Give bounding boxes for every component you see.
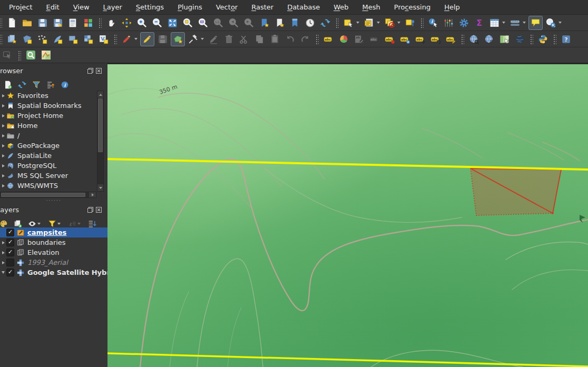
- delete-selected-button[interactable]: [222, 32, 236, 46]
- layer-visibility-checkbox[interactable]: ✓: [6, 249, 14, 256]
- menu-settings[interactable]: Settings: [129, 2, 171, 13]
- zoom-last-button[interactable]: [227, 16, 241, 30]
- toolbar-drag-handle[interactable]: [530, 34, 533, 44]
- paste-features-button[interactable]: [268, 32, 282, 46]
- annotation-tool-button[interactable]: [1, 48, 15, 62]
- browser-item--[interactable]: /: [0, 131, 107, 141]
- layers-close-button[interactable]: [95, 206, 102, 213]
- browser-item-postgresql[interactable]: PostgreSQL: [0, 161, 107, 171]
- menu-edit[interactable]: Edit: [40, 2, 66, 13]
- scrollbar-thumb[interactable]: [98, 98, 103, 152]
- add-delimited-text-layer-button[interactable]: [35, 32, 50, 46]
- toolbar-drag-handle[interactable]: [553, 34, 556, 44]
- add-spatialite-layer-button[interactable]: [51, 32, 65, 46]
- new-map-view-dropdown-arrow[interactable]: [558, 22, 562, 24]
- open-attribute-table-dropdown-arrow[interactable]: [502, 22, 505, 24]
- vertex-tool-dropdown-arrow[interactable]: [201, 38, 204, 40]
- spatial-bookmarks-manager-button[interactable]: [288, 16, 302, 30]
- browser-close-button[interactable]: [95, 67, 102, 74]
- zoom-to-layer-button[interactable]: [196, 16, 210, 30]
- expand-arrow[interactable]: [1, 184, 6, 187]
- open-project-button[interactable]: [20, 16, 34, 30]
- save-project-as-button[interactable]: [51, 16, 65, 30]
- browser-float-button[interactable]: [87, 67, 94, 74]
- metasearch-catalog-button[interactable]: [467, 32, 481, 46]
- layer-labeling-options-button[interactable]: abc: [321, 32, 336, 46]
- refresh-map-button[interactable]: [318, 16, 332, 30]
- scroll-right-button[interactable]: [89, 192, 96, 197]
- expand-arrow[interactable]: [1, 144, 6, 147]
- browser-item-geopackage[interactable]: GeoPackage: [0, 141, 107, 151]
- osm-place-search-button[interactable]: [39, 48, 53, 62]
- expand-arrow[interactable]: [1, 261, 6, 264]
- toolbar-drag-handle[interactable]: [98, 17, 102, 28]
- expand-arrow[interactable]: [1, 241, 6, 244]
- change-label-properties-button[interactable]: abc: [428, 32, 443, 46]
- browser-item-wms-wmts[interactable]: WMS/WMTS: [0, 181, 107, 191]
- identify-features-button[interactable]: i: [426, 16, 440, 30]
- menu-mesh[interactable]: Mesh: [356, 2, 387, 13]
- pan-map-button[interactable]: [104, 16, 119, 30]
- filter-by-expression-dropdown-arrow[interactable]: [77, 223, 81, 225]
- redo-button[interactable]: [298, 32, 312, 46]
- data-source-manager-button[interactable]: [5, 32, 19, 46]
- browser-item-spatial-bookmarks[interactable]: Spatial Bookmarks: [0, 101, 107, 111]
- layer-item-boundaries[interactable]: ✓boundaries: [0, 237, 107, 247]
- filter-browser-button[interactable]: [32, 80, 41, 90]
- pin-unpin-labels-button[interactable]: abc: [367, 32, 381, 46]
- toggle-editing-button[interactable]: [140, 32, 154, 46]
- refresh-browser-button[interactable]: [17, 80, 27, 90]
- browser-item-home[interactable]: Home: [0, 121, 107, 131]
- highlight-pinned-labels-button[interactable]: ab: [352, 32, 366, 46]
- menu-vector[interactable]: Vector: [209, 2, 244, 13]
- toolbar-drag-handle[interactable]: [335, 17, 339, 28]
- add-polygon-feature-button[interactable]: [171, 32, 185, 46]
- menu-help[interactable]: Help: [437, 2, 467, 13]
- geocoding-button[interactable]: [24, 48, 38, 62]
- select-features-dropdown-arrow[interactable]: [356, 22, 359, 24]
- expand-arrow[interactable]: [1, 114, 6, 117]
- browser-item-favorites[interactable]: Favorites: [0, 91, 107, 101]
- map-canvas[interactable]: 350 m: [107, 63, 588, 367]
- filter-legend-dropdown-arrow[interactable]: [57, 223, 61, 225]
- layer-item-google-satellite-hybrid[interactable]: ✓Google Satellite Hybrid: [0, 267, 107, 277]
- collapse-all-button[interactable]: [46, 80, 55, 90]
- toolbar-drag-handle[interactable]: [315, 34, 319, 44]
- add-vector-layer-button[interactable]: [20, 32, 34, 46]
- layer-item-1993-aerial[interactable]: 1993_Aerial: [0, 257, 107, 267]
- zoom-out-button[interactable]: [150, 16, 164, 30]
- layers-float-button[interactable]: [87, 206, 94, 213]
- new-spatial-bookmark-button[interactable]: [257, 16, 271, 30]
- help-contents-button[interactable]: ?: [559, 32, 573, 46]
- undo-button[interactable]: [283, 32, 297, 46]
- browser-vertical-scrollbar[interactable]: [97, 91, 104, 192]
- expand-arrow[interactable]: [1, 94, 6, 97]
- run-feature-action-button[interactable]: [442, 16, 456, 30]
- save-layer-edits-button[interactable]: [155, 32, 170, 46]
- quickmapservices-button[interactable]: [513, 32, 527, 46]
- show-hide-labels-button[interactable]: abc: [383, 32, 397, 46]
- collapse-arrow[interactable]: [1, 271, 6, 274]
- rotate-label-button[interactable]: abc: [413, 32, 427, 46]
- layer-visibility-checkbox[interactable]: ✓: [6, 269, 14, 276]
- map-tips-button[interactable]: [528, 16, 543, 30]
- expand-arrow[interactable]: [1, 124, 6, 127]
- open-attribute-table-button[interactable]: [487, 16, 502, 30]
- zoom-to-selection-button[interactable]: [181, 16, 195, 30]
- select-features-by-value-button[interactable]: [362, 16, 376, 30]
- move-label-button[interactable]: abc: [398, 32, 412, 46]
- layer-item-elevation[interactable]: ✓Elevation: [0, 247, 107, 257]
- deselect-features-button[interactable]: [383, 16, 397, 30]
- expand-arrow[interactable]: [1, 104, 6, 107]
- processing-toolbox-button[interactable]: [457, 16, 471, 30]
- pan-to-selection-button[interactable]: [120, 16, 134, 30]
- expand-arrow[interactable]: [1, 251, 6, 254]
- toolbar-drag-handle[interactable]: [460, 34, 464, 44]
- add-raster-layer-button[interactable]: [81, 32, 95, 46]
- new-virtual-layer-button[interactable]: V: [96, 32, 111, 46]
- scroll-down-button[interactable]: [97, 184, 103, 191]
- browser-item-ms-sql-server[interactable]: MS SQL Server: [0, 171, 107, 181]
- web-services-button[interactable]: [482, 32, 496, 46]
- browser-horizontal-scrollbar[interactable]: [0, 192, 96, 198]
- zoom-native-resolution-button[interactable]: 1:1: [211, 16, 226, 30]
